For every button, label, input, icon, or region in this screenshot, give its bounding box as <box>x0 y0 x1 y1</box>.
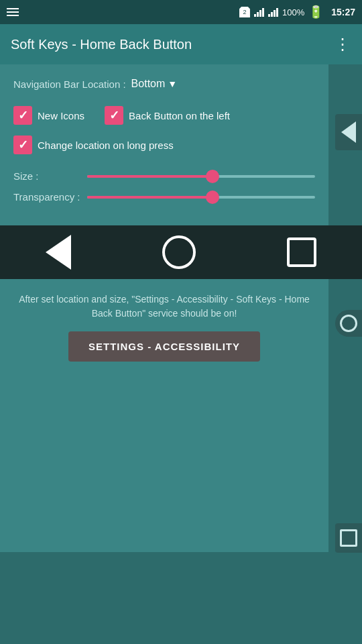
navigation-bar <box>0 225 362 279</box>
home-button[interactable] <box>162 235 196 269</box>
battery-icon: 🔋 <box>308 5 323 19</box>
change-location-label: Change location on long press <box>38 140 174 151</box>
side-square-button[interactable] <box>335 523 362 553</box>
nav-bar-location-label: Navigation Bar Location : <box>13 78 126 90</box>
side-back-button[interactable] <box>335 114 362 150</box>
home-circle-icon <box>162 235 196 269</box>
side-circle-icon <box>340 315 357 332</box>
main-content: Navigation Bar Location : Bottom ▼ ✓ New… <box>0 64 328 225</box>
recents-button[interactable] <box>287 237 316 267</box>
new-icons-label: New Icons <box>38 110 84 121</box>
side-circle-button[interactable] <box>335 310 362 337</box>
battery-percentage: 100% <box>282 7 304 17</box>
more-options-button[interactable]: ⋮ <box>335 36 351 52</box>
nav-bar-location-value: Bottom <box>131 78 166 90</box>
signal-bars-2 <box>268 8 278 17</box>
size-slider-row: Size : <box>13 170 315 182</box>
new-icons-checkmark: ✓ <box>18 108 28 123</box>
transparency-slider-track <box>87 196 315 199</box>
clock: 15:27 <box>331 7 355 17</box>
transparency-slider-thumb[interactable] <box>206 191 219 204</box>
back-button-left-checkbox[interactable]: ✓ Back Button on the left <box>105 106 230 125</box>
transparency-label: Transparency : <box>13 191 87 203</box>
size-slider-filled <box>87 175 213 178</box>
nav-bar-location-dropdown[interactable]: Bottom ▼ <box>131 78 178 90</box>
info-text: After set location and size, "Settings -… <box>13 292 315 321</box>
checkboxes-row-1: ✓ New Icons ✓ Back Button on the left <box>13 106 315 125</box>
back-triangle-icon <box>46 235 71 270</box>
info-section: After set location and size, "Settings -… <box>0 279 328 382</box>
new-icons-checkbox-box: ✓ <box>13 106 32 125</box>
size-slider-thumb[interactable] <box>206 170 219 183</box>
menu-icon[interactable] <box>7 8 19 16</box>
settings-accessibility-button[interactable]: SETTINGS - ACCESSIBILITY <box>68 331 260 362</box>
sim-icon: 2 <box>239 7 250 17</box>
size-slider-track <box>87 175 315 178</box>
status-bar: 2 100% 🔋 15:27 <box>0 0 362 24</box>
transparency-slider-filled <box>87 196 213 199</box>
size-label: Size : <box>13 170 87 182</box>
back-button[interactable] <box>46 235 71 270</box>
change-location-checkmark: ✓ <box>18 138 28 152</box>
side-back-triangle-icon <box>341 121 356 143</box>
back-button-left-label: Back Button on the left <box>129 110 230 121</box>
lower-area <box>0 382 328 552</box>
side-square-icon <box>340 529 357 547</box>
transparency-slider-row: Transparency : <box>13 191 315 203</box>
change-location-checkbox[interactable]: ✓ Change location on long press <box>13 136 315 154</box>
app-header: Soft Keys - Home Back Button ⋮ <box>0 24 362 64</box>
app-title: Soft Keys - Home Back Button <box>11 37 335 52</box>
new-icons-checkbox[interactable]: ✓ New Icons <box>13 106 84 125</box>
signal-bars-1 <box>254 8 264 17</box>
dropdown-arrow-icon: ▼ <box>168 78 177 89</box>
recents-square-icon <box>287 237 316 267</box>
back-button-left-checkbox-box: ✓ <box>105 106 123 125</box>
nav-bar-location-row: Navigation Bar Location : Bottom ▼ <box>13 78 315 90</box>
change-location-checkbox-box: ✓ <box>13 136 32 154</box>
back-button-left-checkmark: ✓ <box>109 108 119 123</box>
